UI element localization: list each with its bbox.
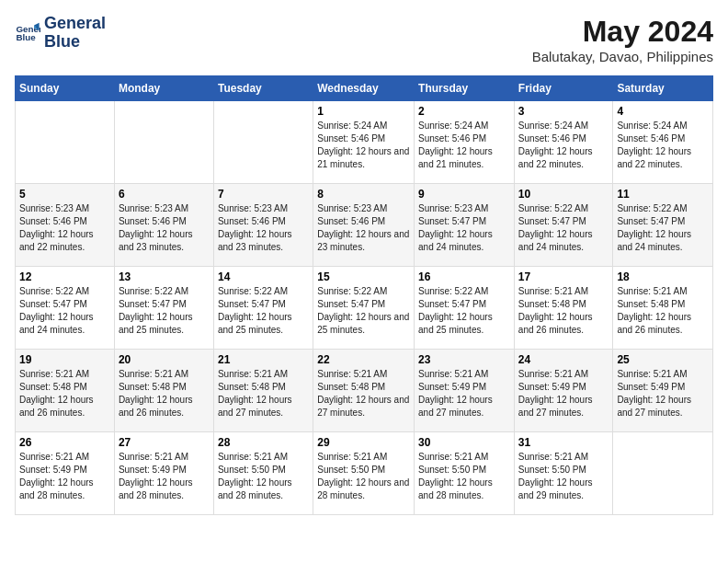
calendar-day-cell: 22Sunrise: 5:21 AM Sunset: 5:48 PM Dayli…	[313, 350, 415, 432]
day-number: 9	[418, 188, 510, 201]
day-info: Sunrise: 5:21 AM Sunset: 5:49 PM Dayligh…	[119, 451, 210, 502]
day-number: 17	[518, 270, 609, 283]
day-number: 2	[418, 105, 510, 118]
calendar-week-row: 1Sunrise: 5:24 AM Sunset: 5:46 PM Daylig…	[16, 101, 713, 184]
day-number: 30	[418, 436, 510, 449]
day-info: Sunrise: 5:23 AM Sunset: 5:47 PM Dayligh…	[418, 202, 510, 254]
day-info: Sunrise: 5:21 AM Sunset: 5:49 PM Dayligh…	[617, 368, 709, 419]
day-number: 23	[418, 353, 510, 366]
calendar-day-cell	[213, 101, 313, 184]
day-info: Sunrise: 5:22 AM Sunset: 5:47 PM Dayligh…	[317, 285, 410, 337]
svg-text:Blue: Blue	[16, 32, 36, 42]
day-info: Sunrise: 5:21 AM Sunset: 5:49 PM Dayligh…	[19, 451, 110, 502]
calendar-day-cell: 31Sunrise: 5:21 AM Sunset: 5:50 PM Dayli…	[514, 432, 613, 515]
calendar-day-cell: 29Sunrise: 5:21 AM Sunset: 5:50 PM Dayli…	[313, 432, 415, 515]
day-number: 31	[518, 436, 609, 449]
weekday-header: Sunday	[16, 76, 115, 101]
day-number: 6	[119, 188, 210, 201]
calendar-day-cell: 11Sunrise: 5:22 AM Sunset: 5:47 PM Dayli…	[613, 184, 713, 267]
calendar-day-cell	[613, 432, 713, 515]
day-info: Sunrise: 5:22 AM Sunset: 5:47 PM Dayligh…	[518, 202, 609, 254]
calendar-day-cell: 10Sunrise: 5:22 AM Sunset: 5:47 PM Dayli…	[514, 184, 613, 267]
logo-text-line1: General	[44, 15, 106, 33]
title-area: May 2024 Balutakay, Davao, Philippines	[532, 15, 713, 64]
day-info: Sunrise: 5:21 AM Sunset: 5:49 PM Dayligh…	[518, 368, 609, 419]
day-info: Sunrise: 5:21 AM Sunset: 5:48 PM Dayligh…	[119, 368, 210, 419]
calendar-week-row: 26Sunrise: 5:21 AM Sunset: 5:49 PM Dayli…	[16, 432, 713, 515]
calendar-day-cell: 12Sunrise: 5:22 AM Sunset: 5:47 PM Dayli…	[16, 267, 115, 350]
calendar-day-cell: 16Sunrise: 5:22 AM Sunset: 5:47 PM Dayli…	[415, 267, 515, 350]
calendar-day-cell: 27Sunrise: 5:21 AM Sunset: 5:49 PM Dayli…	[114, 432, 213, 515]
header: General Blue General Blue May 2024 Balut…	[15, 15, 713, 64]
day-number: 13	[119, 270, 210, 283]
day-info: Sunrise: 5:23 AM Sunset: 5:46 PM Dayligh…	[317, 202, 410, 254]
day-number: 19	[19, 353, 110, 366]
day-number: 1	[317, 105, 410, 118]
day-info: Sunrise: 5:21 AM Sunset: 5:50 PM Dayligh…	[518, 451, 609, 502]
day-info: Sunrise: 5:21 AM Sunset: 5:48 PM Dayligh…	[518, 285, 609, 337]
day-number: 25	[617, 353, 709, 366]
calendar-day-cell: 1Sunrise: 5:24 AM Sunset: 5:46 PM Daylig…	[313, 101, 415, 184]
day-number: 5	[19, 188, 110, 201]
calendar-day-cell: 6Sunrise: 5:23 AM Sunset: 5:46 PM Daylig…	[114, 184, 213, 267]
day-number: 7	[218, 188, 309, 201]
day-info: Sunrise: 5:22 AM Sunset: 5:47 PM Dayligh…	[218, 285, 309, 337]
day-info: Sunrise: 5:21 AM Sunset: 5:50 PM Dayligh…	[317, 451, 410, 502]
weekday-header: Tuesday	[213, 76, 313, 101]
calendar-week-row: 19Sunrise: 5:21 AM Sunset: 5:48 PM Dayli…	[16, 350, 713, 432]
day-number: 26	[19, 436, 110, 449]
day-number: 28	[218, 436, 309, 449]
day-number: 22	[317, 353, 410, 366]
day-info: Sunrise: 5:22 AM Sunset: 5:47 PM Dayligh…	[19, 285, 110, 337]
day-info: Sunrise: 5:24 AM Sunset: 5:46 PM Dayligh…	[418, 120, 510, 171]
calendar-body: 1Sunrise: 5:24 AM Sunset: 5:46 PM Daylig…	[16, 101, 713, 515]
day-number: 14	[218, 270, 309, 283]
day-info: Sunrise: 5:22 AM Sunset: 5:47 PM Dayligh…	[119, 285, 210, 337]
day-info: Sunrise: 5:21 AM Sunset: 5:48 PM Dayligh…	[617, 285, 709, 337]
day-info: Sunrise: 5:24 AM Sunset: 5:46 PM Dayligh…	[518, 120, 609, 171]
calendar-day-cell	[114, 101, 213, 184]
subtitle: Balutakay, Davao, Philippines	[532, 49, 713, 64]
day-info: Sunrise: 5:22 AM Sunset: 5:47 PM Dayligh…	[418, 285, 510, 337]
calendar-day-cell: 7Sunrise: 5:23 AM Sunset: 5:46 PM Daylig…	[213, 184, 313, 267]
day-number: 12	[19, 270, 110, 283]
day-info: Sunrise: 5:21 AM Sunset: 5:50 PM Dayligh…	[418, 451, 510, 502]
day-info: Sunrise: 5:21 AM Sunset: 5:48 PM Dayligh…	[19, 368, 110, 419]
calendar-day-cell: 24Sunrise: 5:21 AM Sunset: 5:49 PM Dayli…	[514, 350, 613, 432]
calendar-day-cell: 2Sunrise: 5:24 AM Sunset: 5:46 PM Daylig…	[415, 101, 515, 184]
day-info: Sunrise: 5:23 AM Sunset: 5:46 PM Dayligh…	[218, 202, 309, 254]
calendar-day-cell: 21Sunrise: 5:21 AM Sunset: 5:48 PM Dayli…	[213, 350, 313, 432]
weekday-header: Wednesday	[313, 76, 415, 101]
calendar-day-cell: 9Sunrise: 5:23 AM Sunset: 5:47 PM Daylig…	[415, 184, 515, 267]
day-number: 10	[518, 188, 609, 201]
calendar-day-cell: 15Sunrise: 5:22 AM Sunset: 5:47 PM Dayli…	[313, 267, 415, 350]
calendar-day-cell: 26Sunrise: 5:21 AM Sunset: 5:49 PM Dayli…	[16, 432, 115, 515]
day-number: 3	[518, 105, 609, 118]
calendar-table: SundayMondayTuesdayWednesdayThursdayFrid…	[15, 75, 713, 515]
day-number: 24	[518, 353, 609, 366]
calendar-day-cell: 23Sunrise: 5:21 AM Sunset: 5:49 PM Dayli…	[415, 350, 515, 432]
logo: General Blue General Blue	[15, 15, 106, 52]
calendar-day-cell: 17Sunrise: 5:21 AM Sunset: 5:48 PM Dayli…	[514, 267, 613, 350]
day-number: 27	[119, 436, 210, 449]
day-number: 16	[418, 270, 510, 283]
calendar-day-cell: 30Sunrise: 5:21 AM Sunset: 5:50 PM Dayli…	[415, 432, 515, 515]
calendar-day-cell: 4Sunrise: 5:24 AM Sunset: 5:46 PM Daylig…	[613, 101, 713, 184]
calendar-day-cell: 14Sunrise: 5:22 AM Sunset: 5:47 PM Dayli…	[213, 267, 313, 350]
day-number: 15	[317, 270, 410, 283]
calendar-day-cell: 19Sunrise: 5:21 AM Sunset: 5:48 PM Dayli…	[16, 350, 115, 432]
calendar-day-cell: 3Sunrise: 5:24 AM Sunset: 5:46 PM Daylig…	[514, 101, 613, 184]
day-info: Sunrise: 5:21 AM Sunset: 5:49 PM Dayligh…	[418, 368, 510, 419]
calendar-day-cell: 8Sunrise: 5:23 AM Sunset: 5:46 PM Daylig…	[313, 184, 415, 267]
day-number: 20	[119, 353, 210, 366]
weekday-header: Thursday	[415, 76, 515, 101]
day-number: 11	[617, 188, 709, 201]
calendar-week-row: 5Sunrise: 5:23 AM Sunset: 5:46 PM Daylig…	[16, 184, 713, 267]
weekday-header: Friday	[514, 76, 613, 101]
day-info: Sunrise: 5:23 AM Sunset: 5:46 PM Dayligh…	[19, 202, 110, 254]
day-info: Sunrise: 5:21 AM Sunset: 5:48 PM Dayligh…	[317, 368, 410, 419]
logo-icon: General Blue	[15, 20, 40, 46]
weekday-header: Saturday	[613, 76, 713, 101]
day-number: 8	[317, 188, 410, 201]
calendar-header: SundayMondayTuesdayWednesdayThursdayFrid…	[16, 76, 713, 101]
